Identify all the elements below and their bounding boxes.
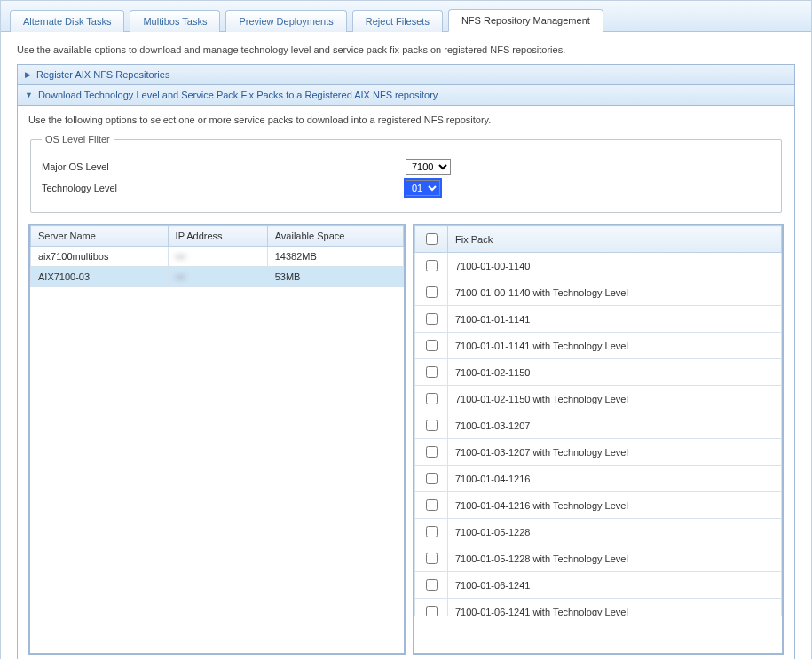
fixpack-checkbox-cell <box>415 333 448 359</box>
fixpack-checkbox-cell <box>415 466 448 492</box>
fixpack-name-cell: 7100-01-05-1228 <box>448 519 782 545</box>
fixpack-name-cell: 7100-01-00-1140 <box>448 253 782 279</box>
os-level-filter-legend: OS Level Filter <box>42 134 114 145</box>
fixpack-checkbox-cell <box>415 492 448 519</box>
panel-register-title: Register AIX NFS Repositories <box>36 69 169 80</box>
fixpack-checkbox[interactable] <box>426 340 438 351</box>
fixpack-checkbox-cell <box>415 412 448 439</box>
server-ip-cell: ••• <box>168 247 267 267</box>
col-server-name[interactable]: Server Name <box>31 226 169 247</box>
server-name-cell: aix7100multibos <box>31 247 169 267</box>
fixpack-checkbox-cell <box>415 253 448 279</box>
panel-download-body: Use the following options to select one … <box>18 106 794 659</box>
fixpack-checkbox-cell <box>415 572 448 599</box>
table-row[interactable]: 7100-01-03-1207 <box>415 412 782 439</box>
chevron-down-icon: ▼ <box>25 90 33 99</box>
table-row[interactable]: 7100-01-00-1140 with Technology Level <box>415 279 782 306</box>
fixpack-grid: Fix Pack 7100-01-00-11407100-01-00-1140 … <box>413 224 784 655</box>
col-available-space[interactable]: Available Space <box>267 226 403 247</box>
table-row[interactable]: 7100-01-06-1241 with Technology Level <box>415 599 782 616</box>
major-os-level-row: Major OS Level 7100 <box>42 159 770 175</box>
fixpack-checkbox-cell <box>415 545 448 572</box>
fixpack-checkbox[interactable] <box>426 260 438 271</box>
fixpack-name-cell: 7100-01-04-1216 with Technology Level <box>448 492 782 519</box>
fixpack-checkbox[interactable] <box>426 553 438 564</box>
col-fixpack-checkbox <box>415 226 448 253</box>
table-row[interactable]: 7100-01-02-1150 <box>415 359 782 386</box>
panel-register-header[interactable]: ▶ Register AIX NFS Repositories <box>18 65 794 85</box>
fixpack-checkbox[interactable] <box>426 393 438 404</box>
fixpack-checkbox-cell <box>415 359 448 386</box>
col-ip-address[interactable]: IP Address <box>168 226 267 247</box>
fixpack-name-cell: 7100-01-05-1228 with Technology Level <box>448 545 782 572</box>
tab-alternate-disk-tasks[interactable]: Alternate Disk Tasks <box>10 10 124 32</box>
panel-download-header[interactable]: ▼ Download Technology Level and Service … <box>18 85 794 106</box>
fixpack-name-cell: 7100-01-03-1207 <box>448 412 782 439</box>
fixpack-checkbox[interactable] <box>426 366 438 378</box>
fixpack-checkbox-cell <box>415 306 448 333</box>
technology-level-select[interactable]: 01 <box>406 180 440 196</box>
table-row[interactable]: 7100-01-00-1140 <box>415 253 782 279</box>
fixpack-scroll[interactable]: Fix Pack 7100-01-00-11407100-01-00-1140 … <box>414 225 782 616</box>
table-row[interactable]: 7100-01-04-1216 with Technology Level <box>415 492 782 519</box>
panel-download-title: Download Technology Level and Service Pa… <box>38 90 438 100</box>
fixpack-name-cell: 7100-01-03-1207 with Technology Level <box>448 439 782 466</box>
page-container: Alternate Disk Tasks Multibos Tasks Prev… <box>0 0 812 659</box>
fixpack-checkbox-cell <box>415 279 448 306</box>
tab-reject-filesets[interactable]: Reject Filesets <box>352 10 443 32</box>
panel-download-subtext: Use the following options to select one … <box>28 114 784 125</box>
chevron-right-icon: ▶ <box>25 70 31 79</box>
server-grid: Server Name IP Address Available Space a… <box>28 224 406 655</box>
col-fixpack-name[interactable]: Fix Pack <box>448 226 782 253</box>
fixpack-checkbox[interactable] <box>426 526 438 537</box>
fixpack-name-cell: 7100-01-04-1216 <box>448 466 782 492</box>
table-row[interactable]: 7100-01-01-1141 <box>415 306 782 333</box>
table-row[interactable]: 7100-01-01-1141 with Technology Level <box>415 333 782 359</box>
two-pane-container: Server Name IP Address Available Space a… <box>28 224 784 655</box>
table-row[interactable]: aix7100multibos•••14382MB <box>31 247 404 267</box>
fixpack-checkbox-cell <box>415 439 448 466</box>
technology-level-label: Technology Level <box>42 183 406 193</box>
fixpack-checkbox[interactable] <box>426 446 438 458</box>
fixpack-name-cell: 7100-01-02-1150 with Technology Level <box>448 386 782 412</box>
os-level-filter-fieldset: OS Level Filter Major OS Level 7100 Tech… <box>30 134 782 213</box>
fixpack-table: Fix Pack 7100-01-00-11407100-01-00-1140 … <box>414 225 782 616</box>
intro-text: Use the available options to download an… <box>1 32 811 64</box>
technology-level-row: Technology Level 01 <box>42 180 770 196</box>
table-row[interactable]: 7100-01-02-1150 with Technology Level <box>415 386 782 412</box>
fixpack-name-cell: 7100-01-06-1241 with Technology Level <box>448 599 782 616</box>
major-os-level-label: Major OS Level <box>42 161 406 172</box>
fixpack-name-cell: 7100-01-02-1150 <box>448 359 782 386</box>
fixpack-checkbox[interactable] <box>426 606 438 616</box>
server-ip-cell: ••• <box>168 267 267 287</box>
fixpack-checkbox-cell <box>415 519 448 545</box>
tab-preview-deployments[interactable]: Preview Deployments <box>225 10 346 32</box>
table-row[interactable]: 7100-01-05-1228 <box>415 519 782 545</box>
table-row[interactable]: 7100-01-03-1207 with Technology Level <box>415 439 782 466</box>
fixpack-checkbox[interactable] <box>426 286 438 298</box>
tab-bar: Alternate Disk Tasks Multibos Tasks Prev… <box>1 1 811 32</box>
major-os-level-select[interactable]: 7100 <box>406 159 451 175</box>
table-row[interactable]: AIX7100-03•••53MB <box>31 267 404 287</box>
fixpack-name-cell: 7100-01-06-1241 <box>448 572 782 599</box>
server-name-cell: AIX7100-03 <box>31 267 169 287</box>
fixpack-checkbox[interactable] <box>426 499 438 511</box>
table-row[interactable]: 7100-01-06-1241 <box>415 572 782 599</box>
fixpack-select-all-checkbox[interactable] <box>426 233 438 245</box>
fixpack-name-cell: 7100-01-01-1141 <box>448 306 782 333</box>
panels-container: ▶ Register AIX NFS Repositories ▼ Downlo… <box>17 64 795 659</box>
fixpack-checkbox-cell <box>415 599 448 616</box>
tab-multibos-tasks[interactable]: Multibos Tasks <box>130 10 220 32</box>
fixpack-name-cell: 7100-01-01-1141 with Technology Level <box>448 333 782 359</box>
server-space-cell: 53MB <box>267 267 403 287</box>
table-row[interactable]: 7100-01-04-1216 <box>415 466 782 492</box>
server-table: Server Name IP Address Available Space a… <box>30 225 404 287</box>
fixpack-checkbox[interactable] <box>426 473 438 484</box>
fixpack-checkbox[interactable] <box>426 579 438 591</box>
table-row[interactable]: 7100-01-05-1228 with Technology Level <box>415 545 782 572</box>
tab-nfs-repository-management[interactable]: NFS Repository Management <box>448 9 603 32</box>
fixpack-checkbox-cell <box>415 386 448 412</box>
fixpack-checkbox[interactable] <box>426 420 438 431</box>
fixpack-checkbox[interactable] <box>426 313 438 325</box>
action-row: Create Action <box>28 655 784 659</box>
